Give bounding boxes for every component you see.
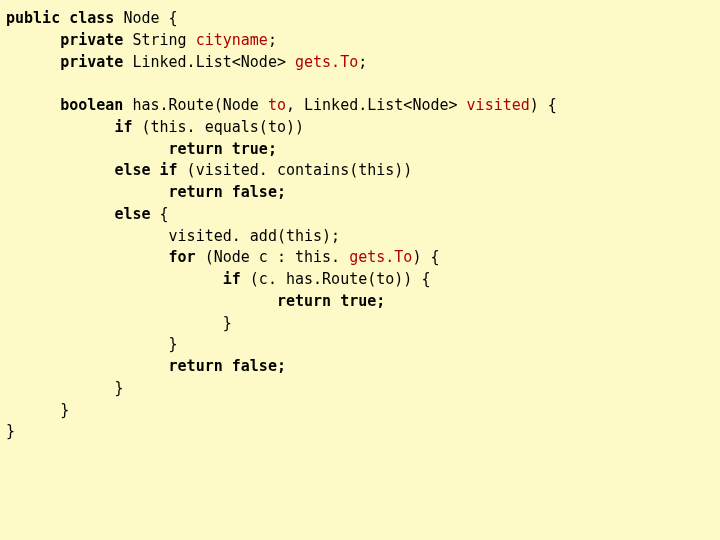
id-visited: visited — [467, 96, 530, 114]
brace: } — [114, 379, 123, 397]
txt: ) { — [412, 248, 439, 266]
brace: } — [169, 335, 178, 353]
txt: ; — [268, 31, 277, 49]
kw-return-true: return true; — [277, 292, 385, 310]
txt-visited-add: visited. add(this); — [169, 227, 341, 245]
txt: (visited. contains(this)) — [178, 161, 413, 179]
txt: (c. has.Route(to)) { — [241, 270, 431, 288]
kw-if: if — [223, 270, 241, 288]
kw-return-false: return false; — [169, 357, 286, 375]
id-to: to — [268, 96, 286, 114]
txt: (Node c : this. — [196, 248, 350, 266]
txt: , Linked.List<Node> — [286, 96, 467, 114]
id-getsto: gets.To — [295, 53, 358, 71]
kw-return-true: return true; — [169, 140, 277, 158]
id-cityname: cityname — [196, 31, 268, 49]
txt: Linked.List<Node> — [123, 53, 295, 71]
kw-if: if — [114, 118, 132, 136]
kw-private: private — [60, 53, 123, 71]
kw-public-class: public class — [6, 9, 114, 27]
code-block: public class Node { private String cityn… — [0, 0, 720, 451]
kw-boolean: boolean — [60, 96, 123, 114]
brace: } — [6, 422, 15, 440]
txt: { — [151, 205, 169, 223]
brace: } — [223, 314, 232, 332]
kw-private: private — [60, 31, 123, 49]
kw-else-if: else if — [114, 161, 177, 179]
brace: } — [60, 401, 69, 419]
txt: ; — [358, 53, 367, 71]
txt: ) { — [530, 96, 557, 114]
txt: has.Route(Node — [123, 96, 268, 114]
txt: Node { — [114, 9, 177, 27]
txt: (this. equals(to)) — [132, 118, 304, 136]
kw-for: for — [169, 248, 196, 266]
id-getsto: gets.To — [349, 248, 412, 266]
kw-else: else — [114, 205, 150, 223]
txt: String — [123, 31, 195, 49]
kw-return-false: return false; — [169, 183, 286, 201]
